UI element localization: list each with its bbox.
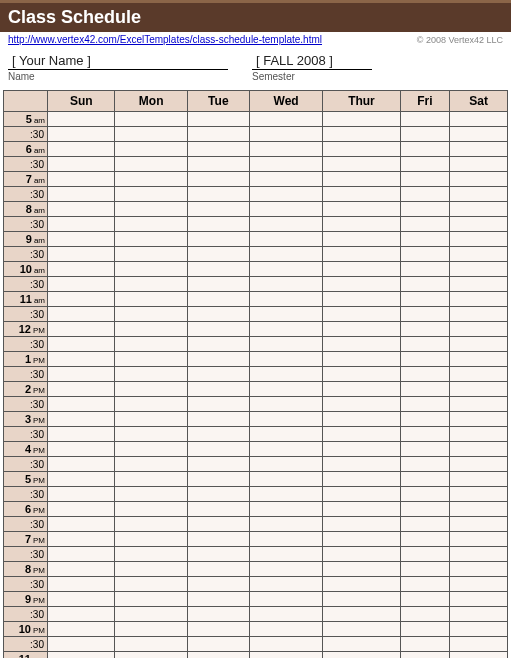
schedule-cell[interactable] [249, 202, 322, 217]
schedule-cell[interactable] [249, 337, 322, 352]
schedule-cell[interactable] [249, 442, 322, 457]
schedule-cell[interactable] [323, 397, 400, 412]
schedule-cell[interactable] [187, 532, 249, 547]
schedule-cell[interactable] [249, 262, 322, 277]
schedule-cell[interactable] [48, 202, 115, 217]
schedule-cell[interactable] [115, 262, 187, 277]
schedule-cell[interactable] [400, 142, 450, 157]
schedule-cell[interactable] [400, 187, 450, 202]
schedule-cell[interactable] [450, 637, 508, 652]
schedule-cell[interactable] [187, 277, 249, 292]
schedule-cell[interactable] [450, 352, 508, 367]
schedule-cell[interactable] [323, 532, 400, 547]
schedule-cell[interactable] [450, 187, 508, 202]
schedule-cell[interactable] [48, 232, 115, 247]
schedule-cell[interactable] [400, 637, 450, 652]
schedule-cell[interactable] [450, 337, 508, 352]
schedule-cell[interactable] [400, 457, 450, 472]
schedule-cell[interactable] [48, 292, 115, 307]
schedule-cell[interactable] [400, 232, 450, 247]
schedule-cell[interactable] [115, 397, 187, 412]
schedule-cell[interactable] [323, 577, 400, 592]
schedule-cell[interactable] [249, 187, 322, 202]
schedule-cell[interactable] [115, 247, 187, 262]
schedule-cell[interactable] [249, 232, 322, 247]
schedule-cell[interactable] [249, 487, 322, 502]
schedule-cell[interactable] [48, 622, 115, 637]
schedule-cell[interactable] [249, 547, 322, 562]
schedule-cell[interactable] [400, 277, 450, 292]
schedule-cell[interactable] [323, 487, 400, 502]
schedule-cell[interactable] [48, 337, 115, 352]
schedule-cell[interactable] [48, 277, 115, 292]
schedule-cell[interactable] [249, 292, 322, 307]
schedule-cell[interactable] [450, 247, 508, 262]
schedule-cell[interactable] [450, 142, 508, 157]
schedule-cell[interactable] [249, 532, 322, 547]
schedule-cell[interactable] [187, 292, 249, 307]
schedule-cell[interactable] [323, 352, 400, 367]
schedule-cell[interactable] [450, 397, 508, 412]
schedule-cell[interactable] [249, 637, 322, 652]
schedule-cell[interactable] [400, 517, 450, 532]
schedule-cell[interactable] [48, 127, 115, 142]
schedule-cell[interactable] [187, 457, 249, 472]
schedule-cell[interactable] [450, 157, 508, 172]
schedule-cell[interactable] [187, 652, 249, 659]
schedule-cell[interactable] [323, 292, 400, 307]
schedule-cell[interactable] [323, 172, 400, 187]
schedule-cell[interactable] [187, 577, 249, 592]
schedule-cell[interactable] [400, 652, 450, 659]
schedule-cell[interactable] [323, 472, 400, 487]
schedule-cell[interactable] [400, 127, 450, 142]
schedule-cell[interactable] [400, 307, 450, 322]
schedule-cell[interactable] [48, 307, 115, 322]
schedule-cell[interactable] [450, 292, 508, 307]
schedule-cell[interactable] [187, 217, 249, 232]
schedule-cell[interactable] [48, 262, 115, 277]
schedule-cell[interactable] [115, 607, 187, 622]
schedule-cell[interactable] [187, 307, 249, 322]
schedule-cell[interactable] [187, 592, 249, 607]
schedule-cell[interactable] [450, 307, 508, 322]
schedule-cell[interactable] [400, 577, 450, 592]
schedule-cell[interactable] [400, 202, 450, 217]
schedule-cell[interactable] [323, 277, 400, 292]
schedule-cell[interactable] [323, 157, 400, 172]
schedule-cell[interactable] [323, 127, 400, 142]
schedule-cell[interactable] [115, 577, 187, 592]
schedule-cell[interactable] [187, 547, 249, 562]
schedule-cell[interactable] [187, 142, 249, 157]
schedule-cell[interactable] [323, 112, 400, 127]
schedule-cell[interactable] [400, 217, 450, 232]
schedule-cell[interactable] [48, 577, 115, 592]
schedule-cell[interactable] [450, 487, 508, 502]
schedule-cell[interactable] [400, 262, 450, 277]
schedule-cell[interactable] [450, 652, 508, 659]
schedule-cell[interactable] [323, 217, 400, 232]
schedule-cell[interactable] [48, 142, 115, 157]
schedule-cell[interactable] [187, 322, 249, 337]
schedule-cell[interactable] [187, 487, 249, 502]
schedule-cell[interactable] [187, 127, 249, 142]
schedule-cell[interactable] [187, 622, 249, 637]
schedule-cell[interactable] [249, 127, 322, 142]
schedule-cell[interactable] [249, 217, 322, 232]
schedule-cell[interactable] [249, 172, 322, 187]
schedule-cell[interactable] [187, 412, 249, 427]
schedule-cell[interactable] [115, 652, 187, 659]
semester-input[interactable]: [ FALL 2008 ] [252, 53, 372, 70]
source-link[interactable]: http://www.vertex42.com/ExcelTemplates/c… [8, 34, 322, 45]
schedule-cell[interactable] [187, 172, 249, 187]
schedule-cell[interactable] [323, 457, 400, 472]
schedule-cell[interactable] [187, 187, 249, 202]
schedule-cell[interactable] [450, 562, 508, 577]
schedule-cell[interactable] [249, 157, 322, 172]
schedule-cell[interactable] [48, 562, 115, 577]
schedule-cell[interactable] [187, 352, 249, 367]
schedule-cell[interactable] [450, 532, 508, 547]
schedule-cell[interactable] [400, 592, 450, 607]
schedule-cell[interactable] [323, 307, 400, 322]
schedule-cell[interactable] [249, 592, 322, 607]
schedule-cell[interactable] [450, 517, 508, 532]
